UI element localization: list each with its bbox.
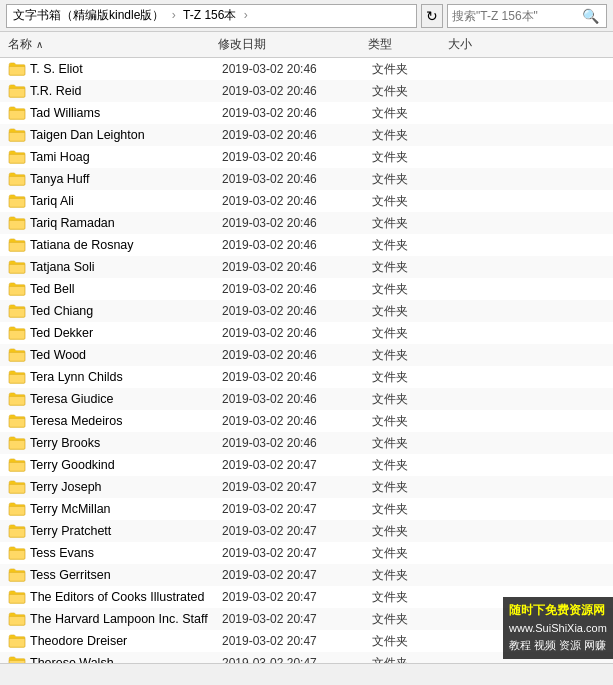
file-date: 2019-03-02 20:46 (222, 216, 372, 230)
file-type: 文件夹 (372, 611, 452, 628)
file-type: 文件夹 (372, 633, 452, 650)
table-row[interactable]: Terry McMillan2019-03-02 20:47文件夹 (0, 498, 613, 520)
folder-icon (8, 501, 26, 517)
file-name: Tera Lynn Childs (30, 370, 222, 384)
sort-arrow-icon: ∧ (36, 39, 43, 50)
file-name: Ted Chiang (30, 304, 222, 318)
folder-icon (8, 567, 26, 583)
table-row[interactable]: Tariq Ramadan2019-03-02 20:46文件夹 (0, 212, 613, 234)
table-row[interactable]: Terry Joseph2019-03-02 20:47文件夹 (0, 476, 613, 498)
column-date-label: 修改日期 (218, 37, 266, 51)
file-name: Teresa Giudice (30, 392, 222, 406)
table-row[interactable]: T.R. Reid2019-03-02 20:46文件夹 (0, 80, 613, 102)
table-row[interactable]: Ted Chiang2019-03-02 20:46文件夹 (0, 300, 613, 322)
breadcrumb-folder: T-Z 156本 (183, 8, 236, 22)
table-row[interactable]: Teresa Giudice2019-03-02 20:46文件夹 (0, 388, 613, 410)
file-name: The Harvard Lampoon Inc. Staff (30, 612, 222, 626)
table-row[interactable]: Tanya Huff2019-03-02 20:46文件夹 (0, 168, 613, 190)
file-type: 文件夹 (372, 215, 452, 232)
file-type: 文件夹 (372, 347, 452, 364)
search-area[interactable]: 🔍 (447, 4, 607, 28)
file-type: 文件夹 (372, 281, 452, 298)
table-row[interactable]: Tariq Ali2019-03-02 20:46文件夹 (0, 190, 613, 212)
table-row[interactable]: Ted Wood2019-03-02 20:46文件夹 (0, 344, 613, 366)
file-type: 文件夹 (372, 369, 452, 386)
refresh-button[interactable]: ↻ (421, 4, 443, 28)
table-row[interactable]: Tatjana Soli2019-03-02 20:46文件夹 (0, 256, 613, 278)
table-row[interactable]: Therese Walsh2019-03-02 20:47文件夹 (0, 652, 613, 663)
file-date: 2019-03-02 20:47 (222, 656, 372, 663)
table-row[interactable]: Tess Gerritsen2019-03-02 20:47文件夹 (0, 564, 613, 586)
table-row[interactable]: Taigen Dan Leighton2019-03-02 20:46文件夹 (0, 124, 613, 146)
table-row[interactable]: The Harvard Lampoon Inc. Staff2019-03-02… (0, 608, 613, 630)
folder-icon (8, 655, 26, 663)
refresh-icon: ↻ (426, 8, 438, 24)
table-row[interactable]: Tatiana de Rosnay2019-03-02 20:46文件夹 (0, 234, 613, 256)
file-date: 2019-03-02 20:47 (222, 546, 372, 560)
column-size-label: 大小 (448, 37, 472, 51)
file-date: 2019-03-02 20:47 (222, 634, 372, 648)
table-row[interactable]: Tad Williams2019-03-02 20:46文件夹 (0, 102, 613, 124)
folder-icon (8, 479, 26, 495)
file-name: Tariq Ali (30, 194, 222, 208)
file-date: 2019-03-02 20:47 (222, 502, 372, 516)
folder-icon (8, 83, 26, 99)
table-row[interactable]: T. S. Eliot2019-03-02 20:46文件夹 (0, 58, 613, 80)
file-name: Tess Gerritsen (30, 568, 222, 582)
column-name-header[interactable]: 名称 ∧ (8, 36, 218, 53)
file-name: T. S. Eliot (30, 62, 222, 76)
file-name: Terry Brooks (30, 436, 222, 450)
file-type: 文件夹 (372, 61, 452, 78)
file-type: 文件夹 (372, 325, 452, 342)
folder-icon (8, 413, 26, 429)
column-size-header[interactable]: 大小 (448, 36, 508, 53)
table-row[interactable]: Tami Hoag2019-03-02 20:46文件夹 (0, 146, 613, 168)
folder-icon (8, 193, 26, 209)
table-row[interactable]: Terry Pratchett2019-03-02 20:47文件夹 (0, 520, 613, 542)
column-date-header[interactable]: 修改日期 (218, 36, 368, 53)
file-name: T.R. Reid (30, 84, 222, 98)
file-name: Tariq Ramadan (30, 216, 222, 230)
search-icon[interactable]: 🔍 (582, 8, 599, 24)
table-row[interactable]: Ted Dekker2019-03-02 20:46文件夹 (0, 322, 613, 344)
column-name-label: 名称 (8, 36, 32, 53)
file-type: 文件夹 (372, 589, 452, 606)
file-name: Tami Hoag (30, 150, 222, 164)
file-type: 文件夹 (372, 413, 452, 430)
table-row[interactable]: Terry Goodkind2019-03-02 20:47文件夹 (0, 454, 613, 476)
column-type-header[interactable]: 类型 (368, 36, 448, 53)
file-date: 2019-03-02 20:46 (222, 392, 372, 406)
file-name: Ted Wood (30, 348, 222, 362)
file-date: 2019-03-02 20:46 (222, 238, 372, 252)
file-name: Taigen Dan Leighton (30, 128, 222, 142)
table-row[interactable]: Ted Bell2019-03-02 20:46文件夹 (0, 278, 613, 300)
file-name: Theodore Dreiser (30, 634, 222, 648)
column-type-label: 类型 (368, 37, 392, 51)
table-row[interactable]: Tera Lynn Childs2019-03-02 20:46文件夹 (0, 366, 613, 388)
file-date: 2019-03-02 20:46 (222, 436, 372, 450)
file-type: 文件夹 (372, 655, 452, 664)
file-type: 文件夹 (372, 523, 452, 540)
file-date: 2019-03-02 20:47 (222, 480, 372, 494)
table-row[interactable]: Terry Brooks2019-03-02 20:46文件夹 (0, 432, 613, 454)
file-type: 文件夹 (372, 501, 452, 518)
file-name: Tanya Huff (30, 172, 222, 186)
breadcrumb-area[interactable]: 文字书箱（精编版kindle版） › T-Z 156本 › (6, 4, 417, 28)
search-input[interactable] (452, 9, 582, 23)
folder-icon (8, 545, 26, 561)
folder-icon (8, 633, 26, 649)
folder-icon (8, 215, 26, 231)
folder-icon (8, 391, 26, 407)
table-row[interactable]: Tess Evans2019-03-02 20:47文件夹 (0, 542, 613, 564)
file-name: Tatiana de Rosnay (30, 238, 222, 252)
table-row[interactable]: The Editors of Cooks Illustrated2019-03-… (0, 586, 613, 608)
file-type: 文件夹 (372, 545, 452, 562)
file-date: 2019-03-02 20:46 (222, 370, 372, 384)
file-date: 2019-03-02 20:47 (222, 458, 372, 472)
file-date: 2019-03-02 20:46 (222, 150, 372, 164)
table-row[interactable]: Teresa Medeiros2019-03-02 20:46文件夹 (0, 410, 613, 432)
file-date: 2019-03-02 20:46 (222, 194, 372, 208)
table-row[interactable]: Theodore Dreiser2019-03-02 20:47文件夹 (0, 630, 613, 652)
column-header: 名称 ∧ 修改日期 类型 大小 (0, 32, 613, 58)
folder-icon (8, 171, 26, 187)
